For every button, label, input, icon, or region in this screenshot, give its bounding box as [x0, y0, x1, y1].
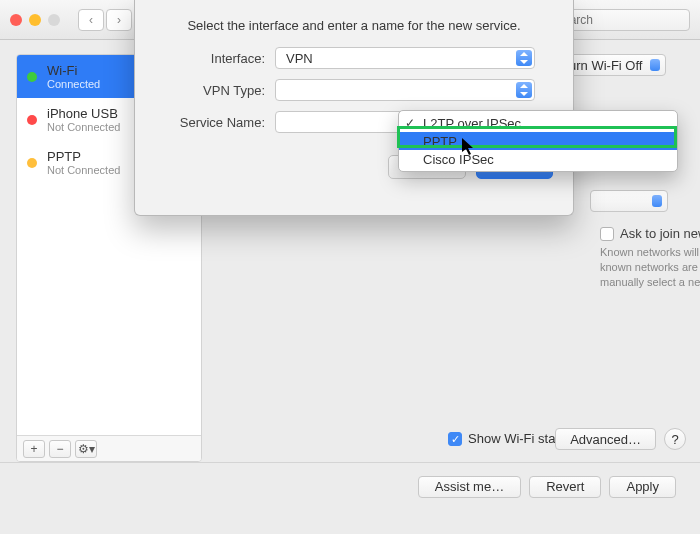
- new-service-sheet: Select the interface and enter a name fo…: [134, 0, 574, 216]
- ask-to-join-checkbox[interactable]: [600, 227, 614, 241]
- maximize-button[interactable]: [48, 14, 60, 26]
- vpn-type-option-cisco[interactable]: Cisco IPSec: [399, 150, 677, 168]
- sheet-title: Select the interface and enter a name fo…: [155, 18, 553, 33]
- show-status-checkbox[interactable]: ✓: [448, 432, 462, 446]
- sidebar-item-label: Wi-Fi: [47, 63, 100, 78]
- help-button[interactable]: ?: [664, 428, 686, 450]
- vpn-type-label: VPN Type:: [155, 83, 265, 98]
- sidebar-footer: + − ⚙▾: [17, 435, 201, 461]
- svg-marker-0: [462, 138, 473, 155]
- interface-label: Interface:: [155, 51, 265, 66]
- minimize-button[interactable]: [29, 14, 41, 26]
- ask-to-join-help: Known networks will be joined automatica…: [600, 245, 700, 290]
- assist-me-button[interactable]: Assist me…: [418, 476, 521, 498]
- ask-to-join: Ask to join new networks Known networks …: [600, 226, 700, 290]
- revert-button[interactable]: Revert: [529, 476, 601, 498]
- sidebar-item-status: Not Connected: [47, 164, 120, 176]
- advanced-button[interactable]: Advanced…: [555, 428, 656, 450]
- checkmark-icon: ✓: [405, 116, 415, 130]
- status-dot-icon: [27, 115, 37, 125]
- ask-to-join-label: Ask to join new networks: [620, 226, 700, 241]
- remove-service-button[interactable]: −: [49, 440, 71, 458]
- nav-buttons: ‹ ›: [78, 9, 132, 31]
- status-dot-icon: [27, 158, 37, 168]
- forward-button[interactable]: ›: [106, 9, 132, 31]
- vpn-type-option-pptp[interactable]: PPTP: [399, 132, 677, 150]
- network-name-select[interactable]: [590, 190, 668, 212]
- chevron-updown-icon: [516, 50, 532, 66]
- window-controls: [10, 14, 60, 26]
- chevron-updown-icon: [516, 82, 532, 98]
- sidebar-item-label: PPTP: [47, 149, 120, 164]
- vpn-type-option-l2tp[interactable]: ✓ L2TP over IPSec: [399, 114, 677, 132]
- back-button[interactable]: ‹: [78, 9, 104, 31]
- interface-select[interactable]: VPN: [275, 47, 535, 69]
- sidebar-item-status: Not Connected: [47, 121, 120, 133]
- vpn-type-dropdown: ✓ L2TP over IPSec PPTP Cisco IPSec: [398, 110, 678, 172]
- close-button[interactable]: [10, 14, 22, 26]
- add-service-button[interactable]: +: [23, 440, 45, 458]
- sidebar-item-status: Connected: [47, 78, 100, 90]
- service-name-label: Service Name:: [155, 115, 265, 130]
- sidebar-item-label: iPhone USB: [47, 106, 120, 121]
- vpn-type-select[interactable]: [275, 79, 535, 101]
- status-dot-icon: [27, 72, 37, 82]
- service-gear-button[interactable]: ⚙▾: [75, 440, 97, 458]
- footer: Assist me… Revert Apply: [0, 462, 700, 510]
- apply-button[interactable]: Apply: [609, 476, 676, 498]
